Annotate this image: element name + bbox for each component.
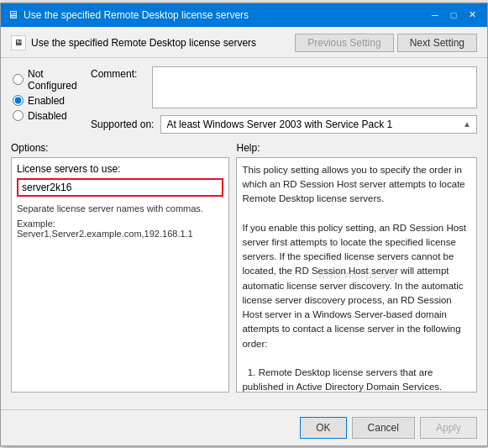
options-help-section: Options: License servers to use: Separat…	[11, 142, 477, 393]
help-section: Help: www.wintips.org This policy settin…	[236, 142, 477, 393]
next-setting-button[interactable]: Next Setting	[397, 34, 477, 52]
ok-button[interactable]: OK	[300, 417, 346, 439]
radio-group-container: Not Configured Enabled Disabled	[11, 66, 91, 142]
options-label: Options:	[11, 142, 229, 154]
help-box: www.wintips.org This policy setting allo…	[236, 157, 477, 393]
previous-setting-button[interactable]: Previous Setting	[295, 34, 393, 52]
supported-value-box: At least Windows Server 2003 with Servic…	[160, 115, 477, 134]
settings-window: 🖥 Use the specified Remote Desktop licen…	[0, 3, 488, 446]
license-servers-label: License servers to use:	[17, 163, 223, 175]
maximize-button[interactable]: □	[445, 8, 462, 22]
title-bar: 🖥 Use the specified Remote Desktop licen…	[1, 3, 487, 27]
minimize-button[interactable]: ─	[427, 8, 443, 22]
window-title: Use the specified Remote Desktop license…	[24, 9, 249, 21]
radio-group: Not Configured Enabled Disabled	[11, 68, 91, 122]
supported-label: Supported on:	[91, 119, 154, 130]
help-text: This policy setting allows you to specif…	[242, 165, 474, 393]
main-area: Not Configured Enabled Disabled Comm	[1, 58, 487, 409]
supported-row: Supported on: At least Windows Server 20…	[91, 115, 477, 134]
right-col: Comment: Supported on: At least Windows …	[91, 66, 477, 142]
enabled-label: Enabled	[28, 95, 65, 107]
not-configured-radio[interactable]	[13, 74, 24, 85]
help-label: Help:	[236, 142, 477, 154]
supported-value-text: At least Windows Server 2003 with Servic…	[166, 119, 392, 130]
disabled-radio[interactable]	[13, 110, 24, 121]
enabled-option[interactable]: Enabled	[13, 95, 91, 107]
header-section: 🖥 Use the specified Remote Desktop licen…	[1, 27, 487, 58]
separate-note: Separate license server names with comma…	[17, 203, 223, 213]
apply-button[interactable]: Apply	[420, 417, 477, 439]
disabled-label: Disabled	[28, 110, 67, 122]
comment-row: Comment:	[91, 66, 477, 108]
not-configured-option[interactable]: Not Configured	[13, 68, 91, 92]
options-box: License servers to use: Separate license…	[11, 157, 229, 393]
comment-label: Comment:	[91, 66, 145, 80]
disabled-option[interactable]: Disabled	[13, 110, 91, 122]
supported-scroll-icon: ▲	[463, 119, 471, 129]
header-icon: 🖥	[11, 35, 26, 50]
enabled-radio[interactable]	[13, 95, 24, 106]
example-note: Example: Server1,Server2.example.com,192…	[17, 219, 223, 239]
close-button[interactable]: ✕	[464, 8, 480, 22]
header-subtitle: Use the specified Remote Desktop license…	[31, 37, 256, 49]
options-section: Options: License servers to use: Separat…	[11, 142, 229, 393]
license-input[interactable]	[17, 178, 223, 197]
not-configured-label: Not Configured	[28, 68, 91, 92]
comment-textarea[interactable]	[152, 66, 477, 108]
bottom-buttons: OK Cancel Apply	[1, 409, 487, 445]
cancel-button[interactable]: Cancel	[352, 417, 415, 439]
window-icon: 🖥	[8, 8, 18, 21]
